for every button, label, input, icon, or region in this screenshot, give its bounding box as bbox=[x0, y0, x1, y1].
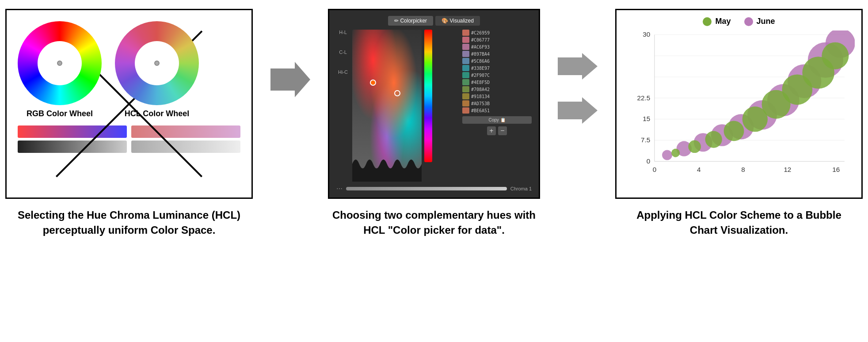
cp-chroma-slider[interactable] bbox=[346, 187, 507, 190]
cp-tabs: ✏ Colorpicker 🎨 Visualized bbox=[333, 14, 535, 28]
hex-item-6: #2F907C bbox=[462, 72, 532, 78]
svg-point-31 bbox=[671, 149, 680, 157]
cp-bottom-bar: ⋯ Chroma 1 bbox=[333, 183, 535, 194]
hex-item-1: #C06777 bbox=[462, 37, 532, 43]
cp-minus-button[interactable]: − bbox=[498, 126, 507, 135]
svg-text:22.5: 22.5 bbox=[637, 94, 651, 102]
rgb-color-wheel bbox=[18, 21, 102, 105]
hex-item-9: #918134 bbox=[462, 93, 532, 99]
hex-swatch-9 bbox=[462, 93, 469, 99]
cp-right-panel bbox=[424, 30, 460, 182]
svg-text:12: 12 bbox=[784, 166, 791, 173]
legend-label-may: May bbox=[715, 17, 731, 26]
hex-item-2: #AC6F93 bbox=[462, 44, 532, 50]
hex-text-4: #5C86A6 bbox=[471, 59, 490, 64]
scallop-svg bbox=[352, 146, 422, 182]
hex-text-10: #AD753B bbox=[471, 101, 490, 106]
hex-text-9: #918134 bbox=[471, 94, 490, 99]
hex-item-4: #5C86A6 bbox=[462, 58, 532, 64]
cp-cursor-circle bbox=[394, 90, 400, 96]
legend-item-june: June bbox=[744, 17, 775, 26]
svg-point-33 bbox=[705, 131, 722, 148]
hex-text-11: #BE6A51 bbox=[471, 108, 490, 113]
main-layout: RGB Color Wheel HCL Color Wheel bbox=[9, 9, 859, 237]
svg-text:7.5: 7.5 bbox=[641, 136, 650, 144]
hex-swatch-3 bbox=[462, 51, 469, 57]
svg-marker-2 bbox=[558, 97, 598, 124]
legend-item-may: May bbox=[703, 17, 731, 26]
hex-item-0: #C26959 bbox=[462, 30, 532, 36]
hue-bar[interactable] bbox=[424, 30, 432, 162]
svg-marker-0 bbox=[270, 62, 310, 97]
svg-point-39 bbox=[822, 42, 849, 69]
cp-gradient-area[interactable] bbox=[352, 30, 422, 182]
cp-copy-button[interactable]: Copy 📋 bbox=[462, 116, 532, 124]
legend-label-june: June bbox=[757, 17, 775, 26]
hex-text-1: #C06777 bbox=[471, 38, 490, 42]
svg-point-34 bbox=[724, 121, 744, 141]
panel2-colorpicker: ✏ Colorpicker 🎨 Visualized H-L C-L Hi-C bbox=[328, 9, 540, 237]
hex-text-3: #897BA4 bbox=[471, 52, 490, 57]
hex-swatch-8 bbox=[462, 86, 469, 92]
hex-text-7: #4E8F5D bbox=[471, 80, 490, 85]
svg-point-32 bbox=[688, 140, 701, 153]
hex-item-10: #AD753B bbox=[462, 100, 532, 106]
cp-main-area: H-L C-L Hi-C bbox=[333, 28, 535, 183]
cp-tab-visualized[interactable]: 🎨 Visualized bbox=[435, 16, 480, 26]
hex-swatch-7 bbox=[462, 79, 469, 85]
hex-item-7: #4E8F5D bbox=[462, 79, 532, 85]
cp-chroma-dots: ⋯ bbox=[336, 185, 343, 192]
bar-rgb bbox=[18, 125, 127, 138]
cp-chroma-label: Chroma 1 bbox=[510, 186, 532, 191]
arrow-2-section bbox=[558, 53, 598, 124]
colorpicker-inner: ✏ Colorpicker 🎨 Visualized H-L C-L Hi-C bbox=[333, 14, 535, 194]
cp-axis-labels: H-L C-L Hi-C bbox=[336, 30, 350, 182]
svg-text:4: 4 bbox=[697, 166, 701, 173]
svg-text:0: 0 bbox=[647, 157, 651, 165]
bars-row-1 bbox=[18, 125, 240, 138]
hex-text-0: #C26959 bbox=[471, 30, 490, 35]
hex-swatch-6 bbox=[462, 72, 469, 78]
bar-gray-light bbox=[131, 141, 240, 153]
cp-cursor-orange bbox=[370, 80, 376, 86]
panel2-caption: Choosing two complementary hues with HCL… bbox=[328, 208, 540, 237]
arrow-1-svg bbox=[270, 62, 310, 97]
panel1-box: RGB Color Wheel HCL Color Wheel bbox=[5, 9, 253, 199]
arrow-2-bottom-svg bbox=[558, 97, 598, 124]
hex-text-6: #2F907C bbox=[471, 73, 490, 78]
svg-text:16: 16 bbox=[832, 166, 840, 173]
cp-gradient bbox=[352, 30, 422, 182]
hex-text-2: #AC6F93 bbox=[471, 45, 490, 49]
rgb-wheel-center bbox=[57, 61, 62, 66]
bars-section bbox=[13, 123, 245, 155]
hex-text-8: #708A42 bbox=[471, 87, 490, 92]
bar-gray-dark bbox=[18, 141, 127, 153]
hex-text-5: #338E97 bbox=[471, 66, 490, 71]
hex-item-8: #708A42 bbox=[462, 86, 532, 92]
hex-swatch-0 bbox=[462, 30, 469, 36]
chart-svg-container: 0 7.5 15 22.5 30 0 4 8 12 16 bbox=[623, 30, 855, 182]
hex-swatch-10 bbox=[462, 100, 469, 106]
bar-hcl bbox=[131, 125, 240, 138]
axis-hl: H-L bbox=[336, 30, 350, 35]
hex-item-11: #BE6A51 bbox=[462, 107, 532, 114]
legend-dot-may bbox=[703, 17, 712, 26]
hex-list: #C26959 #C06777 #AC6F93 #897BA4 bbox=[462, 30, 532, 182]
hex-swatch-11 bbox=[462, 107, 469, 114]
panel3-box: May June bbox=[615, 9, 863, 199]
panel1-caption: Selecting the Hue Chroma Luminance (HCL)… bbox=[14, 208, 244, 237]
chart-legend: May June bbox=[623, 17, 855, 26]
svg-text:15: 15 bbox=[643, 115, 650, 122]
arrow-1 bbox=[270, 62, 310, 97]
axis-hic: Hi-C bbox=[336, 69, 350, 75]
svg-marker-1 bbox=[558, 53, 598, 80]
cp-plus-button[interactable]: + bbox=[487, 126, 496, 135]
bars-row-2 bbox=[18, 141, 240, 153]
hex-swatch-5 bbox=[462, 65, 469, 71]
svg-text:0: 0 bbox=[653, 166, 657, 173]
arrow-2-top-svg bbox=[558, 53, 598, 80]
svg-point-21 bbox=[662, 150, 672, 160]
wheels-row: RGB Color Wheel HCL Color Wheel bbox=[13, 17, 245, 123]
cp-tab-colorpicker[interactable]: ✏ Colorpicker bbox=[388, 16, 433, 26]
bubble-chart-svg: 0 7.5 15 22.5 30 0 4 8 12 16 bbox=[623, 30, 855, 182]
